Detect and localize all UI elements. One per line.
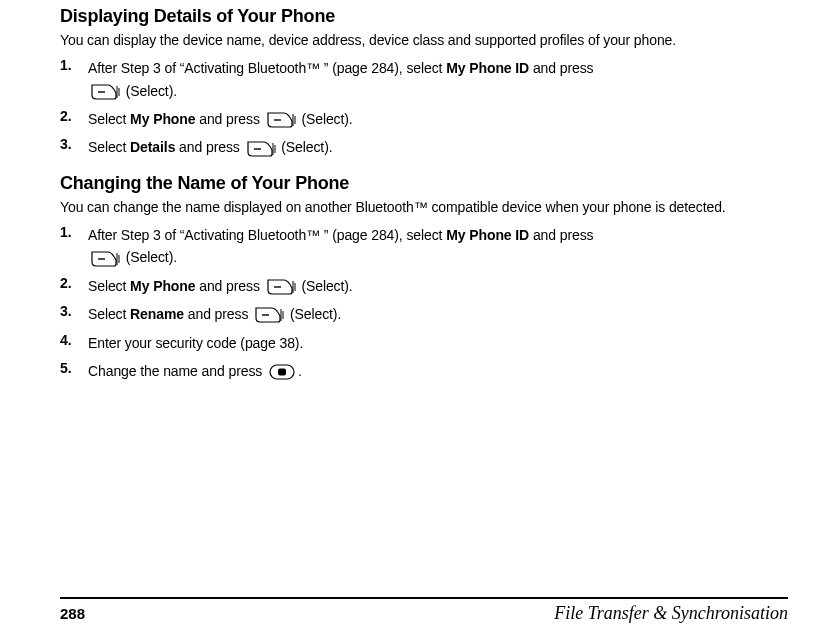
step-text: Select My Phone and press (Select). <box>88 275 353 297</box>
step-item: 3. Select Rename and press (Select). <box>60 303 758 325</box>
softkey-icon <box>254 306 284 324</box>
section-change-name: Changing the Name of Your Phone You can … <box>60 173 758 383</box>
step-text: Select Rename and press (Select). <box>88 303 341 325</box>
step-number: 2. <box>60 108 88 124</box>
step-item: 5. Change the name and press . <box>60 360 758 382</box>
step-text: After Step 3 of “Activating Bluetooth™ ”… <box>88 57 594 102</box>
step-item: 2. Select My Phone and press (Select). <box>60 108 758 130</box>
step-item: 1. After Step 3 of “Activating Bluetooth… <box>60 57 758 102</box>
step-text: After Step 3 of “Activating Bluetooth™ ”… <box>88 224 594 269</box>
page-content: Displaying Details of Your Phone You can… <box>0 0 828 382</box>
softkey-icon <box>90 83 120 101</box>
page-number: 288 <box>60 605 85 622</box>
softkey-icon <box>90 250 120 268</box>
step-item: 2. Select My Phone and press (Select). <box>60 275 758 297</box>
footer-section-title: File Transfer & Synchronisation <box>554 603 788 624</box>
page-footer: 288 File Transfer & Synchronisation <box>60 597 788 624</box>
ok-key-icon <box>268 363 296 381</box>
step-number: 2. <box>60 275 88 291</box>
intro-change-name: You can change the name displayed on ano… <box>60 198 758 216</box>
step-number: 4. <box>60 332 88 348</box>
step-text: Select Details and press (Select). <box>88 136 333 158</box>
step-number: 3. <box>60 136 88 152</box>
softkey-icon <box>266 278 296 296</box>
step-text: Select My Phone and press (Select). <box>88 108 353 130</box>
step-number: 1. <box>60 224 88 240</box>
step-text: Change the name and press . <box>88 360 302 382</box>
step-number: 1. <box>60 57 88 73</box>
softkey-icon <box>246 140 276 158</box>
steps-display-details: 1. After Step 3 of “Activating Bluetooth… <box>60 57 758 159</box>
step-number: 3. <box>60 303 88 319</box>
step-text: Enter your security code (page 38). <box>88 332 303 354</box>
step-item: 1. After Step 3 of “Activating Bluetooth… <box>60 224 758 269</box>
heading-change-name: Changing the Name of Your Phone <box>60 173 758 194</box>
step-item: 3. Select Details and press (Select). <box>60 136 758 158</box>
heading-display-details: Displaying Details of Your Phone <box>60 6 758 27</box>
step-item: 4. Enter your security code (page 38). <box>60 332 758 354</box>
step-number: 5. <box>60 360 88 376</box>
intro-display-details: You can display the device name, device … <box>60 31 758 49</box>
softkey-icon <box>266 111 296 129</box>
section-display-details: Displaying Details of Your Phone You can… <box>60 6 758 159</box>
steps-change-name: 1. After Step 3 of “Activating Bluetooth… <box>60 224 758 382</box>
